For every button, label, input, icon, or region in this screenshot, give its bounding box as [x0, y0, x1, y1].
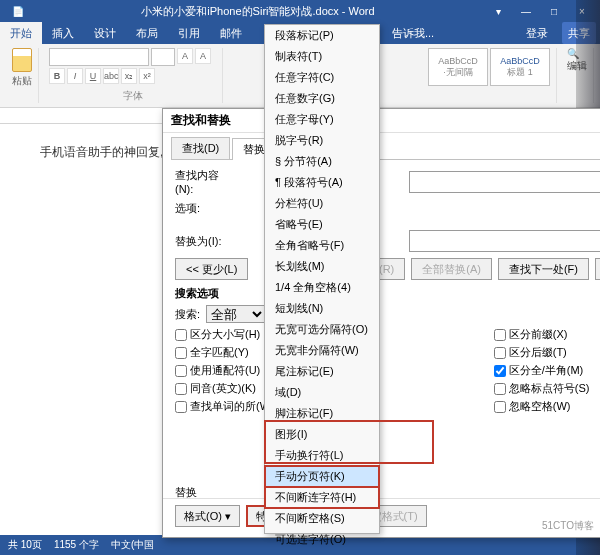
find-label: 查找内容(N): [175, 168, 237, 195]
menu-any-digit[interactable]: 任意数字(G) [265, 88, 379, 109]
menu-endnote-mark[interactable]: 尾注标记(E) [265, 361, 379, 382]
decrease-font-icon[interactable]: A [195, 48, 211, 64]
chk-whole-word[interactable]: 全字匹配(Y) [175, 345, 274, 360]
search-direction-label: 搜索: [175, 307, 200, 322]
dialog-title-text: 查找和替换 [171, 112, 231, 129]
replace-input[interactable] [409, 230, 600, 252]
tab-find[interactable]: 查找(D) [171, 137, 230, 159]
dialog-body: 查找内容(N): 选项: 替换为(I): << 更少(L) 替换(R) 全部替换… [163, 160, 600, 422]
find-input[interactable] [409, 171, 600, 193]
login-link[interactable]: 登录 [516, 22, 558, 44]
watermark: 51CTO博客 [542, 519, 594, 533]
find-replace-dialog: 查找和替换 × 查找(D) 替换(P) 查找内容(N): 选项: 替换为(I):… [162, 108, 600, 538]
replace-label: 替换为(I): [175, 234, 237, 249]
menu-paragraph-mark[interactable]: 段落标记(P) [265, 25, 379, 46]
font-size-selector[interactable] [151, 48, 175, 66]
menu-full-ellipsis[interactable]: 全角省略号(F) [265, 235, 379, 256]
clipboard-icon [12, 48, 32, 72]
menu-caret[interactable]: 脱字号(R) [265, 130, 379, 151]
less-button[interactable]: << 更少(L) [175, 258, 248, 280]
style-heading1[interactable]: AaBbCcD 标题 1 [490, 48, 550, 86]
search-direction-select[interactable]: 全部 [206, 305, 266, 323]
menu-opt-hyphen[interactable]: 可选连字符(O) [265, 529, 379, 550]
window-opts[interactable]: ▾ [484, 6, 512, 17]
menu-section-break[interactable]: 分节符(B) [265, 550, 379, 555]
menu-manual-line-break[interactable]: 手动换行符(L) [265, 445, 379, 466]
underline-button[interactable]: U [85, 68, 101, 84]
menu-footnote-mark[interactable]: 脚注标记(F) [265, 403, 379, 424]
page-count[interactable]: 共 10页 [8, 538, 42, 552]
menu-tab-char[interactable]: 制表符(T) [265, 46, 379, 67]
menu-field[interactable]: 域(D) [265, 382, 379, 403]
menu-em-dash[interactable]: 长划线(M) [265, 256, 379, 277]
replace-all-button[interactable]: 全部替换(A) [411, 258, 492, 280]
checkbox-grid: 区分大小写(H) 全字匹配(Y) 使用通配符(U) 同音(英文)(K) 查找单词… [175, 327, 600, 414]
menu-nonbreak-space[interactable]: 不间断空格(S) [265, 508, 379, 529]
replace-bar: 替换 格式(O)▾ 特殊格式(E)▾ 不限定格式(T) [163, 498, 600, 533]
chk-wildcards[interactable]: 使用通配符(U) [175, 363, 274, 378]
menu-manual-page-break[interactable]: 手动分页符(K) [265, 466, 379, 487]
chk-full-half[interactable]: 区分全/半角(M) [494, 363, 590, 378]
styles-group: AaBbCcD ·无间隔 AaBbCcD 标题 1 [422, 48, 557, 103]
cancel-button[interactable]: 取消 [595, 258, 600, 280]
maximize-button[interactable]: □ [540, 6, 568, 17]
minimize-button[interactable]: — [512, 6, 540, 17]
language-status[interactable]: 中文(中国 [111, 538, 154, 552]
style-no-spacing[interactable]: AaBbCcD ·无间隔 [428, 48, 488, 86]
title-bar: 📄 小米的小爱和iPhone的Siri智能对战.docx - Word ▾ — … [0, 0, 600, 22]
menu-any-char[interactable]: 任意字符(C) [265, 67, 379, 88]
paste-button[interactable]: 粘贴 [12, 48, 32, 88]
subscript-button[interactable]: x₂ [121, 68, 137, 84]
dialog-titlebar[interactable]: 查找和替换 × [163, 109, 600, 133]
paste-label: 粘贴 [12, 74, 32, 88]
menu-quarter-em[interactable]: 1/4 全角空格(4) [265, 277, 379, 298]
strike-button[interactable]: abc [103, 68, 119, 84]
options-label: 选项: [175, 201, 237, 216]
clipboard-group: 粘贴 [6, 48, 39, 103]
app-icon: 📄 [4, 6, 32, 17]
increase-font-icon[interactable]: A [177, 48, 193, 64]
tab-design[interactable]: 设计 [84, 22, 126, 44]
tab-insert[interactable]: 插入 [42, 22, 84, 44]
italic-button[interactable]: I [67, 68, 83, 84]
menu-para-char[interactable]: ¶ 段落符号(A) [265, 172, 379, 193]
tab-mailings[interactable]: 邮件 [210, 22, 252, 44]
search-options-header: 搜索选项 [175, 286, 600, 301]
menu-graphic[interactable]: 图形(I) [265, 424, 379, 445]
font-group-label: 字体 [49, 89, 216, 103]
superscript-button[interactable]: x² [139, 68, 155, 84]
word-count[interactable]: 1155 个字 [54, 538, 99, 552]
font-group: A A B I U abc x₂ x² 字体 [43, 48, 223, 103]
menu-nowidth-opt[interactable]: 无宽可选分隔符(O) [265, 319, 379, 340]
menu-column-break[interactable]: 分栏符(U) [265, 193, 379, 214]
tab-start[interactable]: 开始 [0, 22, 42, 44]
chevron-down-icon: ▾ [225, 510, 231, 523]
find-next-button[interactable]: 查找下一处(F) [498, 258, 589, 280]
special-format-menu: 段落标记(P) 制表符(T) 任意字符(C) 任意数字(G) 任意字母(Y) 脱… [264, 24, 380, 534]
tab-layout[interactable]: 布局 [126, 22, 168, 44]
menu-any-letter[interactable]: 任意字母(Y) [265, 109, 379, 130]
chk-word-forms[interactable]: 查找单词的所(W) [175, 399, 274, 414]
tab-references[interactable]: 引用 [168, 22, 210, 44]
menu-ellipsis[interactable]: 省略号(E) [265, 214, 379, 235]
chk-ignore-space[interactable]: 忽略空格(W) [494, 399, 590, 414]
menu-section-char[interactable]: § 分节符(A) [265, 151, 379, 172]
dialog-tabs: 查找(D) 替换(P) [171, 137, 600, 160]
chk-ignore-punct[interactable]: 忽略标点符号(S) [494, 381, 590, 396]
chk-match-suffix[interactable]: 区分后缀(T) [494, 345, 590, 360]
font-name-selector[interactable] [49, 48, 149, 66]
menu-nonbreak-hyphen[interactable]: 不间断连字符(H) [265, 487, 379, 508]
bold-button[interactable]: B [49, 68, 65, 84]
chk-sounds-like[interactable]: 同音(英文)(K) [175, 381, 274, 396]
replace-section-label: 替换 [175, 485, 197, 500]
chk-match-case[interactable]: 区分大小写(H) [175, 327, 274, 342]
menu-nowidth-non[interactable]: 无宽非分隔符(W) [265, 340, 379, 361]
window-title: 小米的小爱和iPhone的Siri智能对战.docx - Word [32, 4, 484, 19]
menu-en-dash[interactable]: 短划线(N) [265, 298, 379, 319]
format-dropdown[interactable]: 格式(O)▾ [175, 505, 240, 527]
chk-match-prefix[interactable]: 区分前缀(X) [494, 327, 590, 342]
tab-tellme[interactable]: 告诉我... [382, 22, 444, 44]
